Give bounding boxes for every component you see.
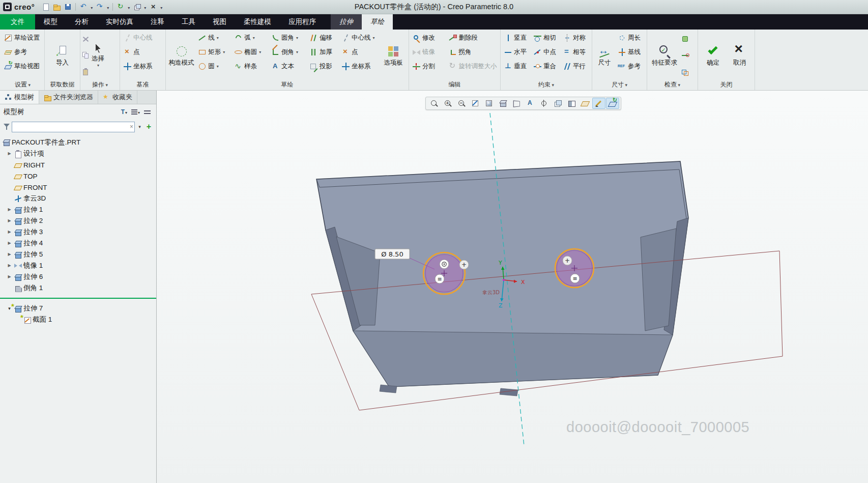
sketcher-display-button[interactable] <box>592 98 605 109</box>
fillet-button[interactable]: 圆角 <box>269 31 307 45</box>
tab-analysis[interactable]: 分析 <box>66 14 97 30</box>
section-view-button[interactable] <box>565 98 578 109</box>
expand-arrow-icon[interactable] <box>6 207 13 212</box>
expand-arrow-icon[interactable] <box>6 218 13 223</box>
horizontal-constraint-button[interactable]: 水平 <box>502 45 531 59</box>
ellipse-button[interactable]: 椭圆 <box>232 45 269 59</box>
cut-icon[interactable] <box>81 35 90 43</box>
spin-center-button[interactable] <box>537 98 551 109</box>
mirror-button[interactable]: 镜像 <box>410 45 447 59</box>
tab-folder-browser[interactable]: 文件夹浏览器 <box>39 91 98 104</box>
sketch-orientation-button[interactable] <box>606 98 619 109</box>
perspective-button[interactable] <box>510 98 523 109</box>
dimension-button[interactable]: 尺寸 <box>593 31 616 80</box>
redo-menu-arrow[interactable] <box>105 3 110 11</box>
zoom-out-button[interactable] <box>455 98 468 109</box>
offset-button[interactable]: 偏移 <box>307 31 339 45</box>
expand-arrow-icon[interactable] <box>6 263 13 268</box>
group-label-dimension[interactable]: 尺寸 <box>592 80 647 90</box>
drag-handle[interactable]: + <box>459 260 469 269</box>
circle-button[interactable]: 圆 <box>196 59 232 73</box>
tree-item[interactable]: 镜像 1 <box>0 260 156 271</box>
annotation-display-button[interactable] <box>524 98 537 109</box>
new-file-button[interactable] <box>40 2 51 12</box>
spline-button[interactable]: 样条 <box>232 59 269 73</box>
windows-button[interactable] <box>131 2 142 12</box>
tab-file[interactable]: 文件 <box>0 14 35 30</box>
sketch-setup-button[interactable]: 草绘设置 <box>2 31 43 45</box>
tangent-constraint-button[interactable]: 相切 <box>531 31 561 45</box>
insert-here-indicator[interactable] <box>0 298 156 299</box>
sketch-view-button[interactable]: 草绘视图 <box>2 59 43 73</box>
datum-centerline-button[interactable]: 中心线 <box>121 31 164 45</box>
tree-settings-button[interactable] <box>142 109 153 115</box>
regenerate-button[interactable] <box>115 2 126 12</box>
clear-filter-button[interactable] <box>130 123 133 130</box>
palette-button[interactable]: 选项板 <box>380 31 408 80</box>
3d-model[interactable] <box>316 161 688 396</box>
save-button[interactable] <box>62 2 73 12</box>
sketch-csys-button[interactable]: 坐标系 <box>339 59 380 73</box>
rectangle-button[interactable]: 矩形 <box>196 45 232 59</box>
select-button[interactable]: 选择 <box>90 31 106 80</box>
expand-arrow-icon[interactable] <box>6 274 13 279</box>
refit-button[interactable] <box>427 98 441 109</box>
zoom-in-button[interactable] <box>441 98 454 109</box>
text-button[interactable]: 文本 <box>269 59 307 73</box>
tree-display-options-button[interactable] <box>129 108 142 116</box>
tree-item[interactable]: 拿云3D <box>0 193 156 204</box>
coincident-constraint-button[interactable]: 重合 <box>531 59 561 73</box>
cancel-button[interactable]: 取消 <box>727 31 753 80</box>
filter-dropdown-button[interactable] <box>136 124 143 129</box>
tree-item-root[interactable]: PACKOUT零件盒.PRT <box>0 137 156 148</box>
sketch-centerline-button[interactable]: 中心线 <box>339 31 380 45</box>
chamfer-button[interactable]: 倒角 <box>269 45 307 59</box>
equal-constraint-badge[interactable]: ≡ <box>435 274 444 283</box>
tree-item[interactable]: 拉伸 2 <box>0 215 156 226</box>
perpendicular-constraint-button[interactable]: 垂直 <box>502 59 531 73</box>
shade-closed-loops-icon[interactable] <box>681 35 689 43</box>
divide-button[interactable]: 分割 <box>410 59 447 73</box>
windows-menu-arrow[interactable] <box>142 3 148 11</box>
group-label-inspect[interactable]: 检查 <box>647 80 698 90</box>
modify-button[interactable]: 修改 <box>410 31 447 45</box>
paste-icon[interactable] <box>81 68 90 76</box>
undo-button[interactable] <box>78 2 89 12</box>
tree-item[interactable]: RIGHT <box>0 159 156 171</box>
expand-arrow-icon[interactable] <box>6 252 13 257</box>
tree-filters-button[interactable] <box>119 108 129 116</box>
tree-item[interactable]: 拉伸 6 <box>0 271 156 282</box>
reference-dimension-button[interactable]: 参考 <box>616 59 645 73</box>
redo-button[interactable] <box>94 2 105 12</box>
undo-menu-arrow[interactable] <box>89 3 94 11</box>
tree-item[interactable]: 倒角 1 <box>0 282 156 294</box>
saved-orientations-button[interactable] <box>496 98 509 109</box>
baseline-dimension-button[interactable]: 基线 <box>616 45 645 59</box>
add-filter-button[interactable] <box>144 122 153 131</box>
regenerate-menu-arrow[interactable] <box>126 3 131 11</box>
tree-item[interactable]: TOP <box>0 171 156 182</box>
copy-icon[interactable] <box>81 51 90 60</box>
overlapping-geometry-icon[interactable] <box>681 68 689 76</box>
tab-model-tree[interactable]: 模型树 <box>0 91 39 104</box>
tree-item[interactable]: FRONT <box>0 182 156 193</box>
tree-item[interactable]: 拉伸 3 <box>0 226 156 238</box>
symmetric-constraint-button[interactable]: 对称 <box>561 31 590 45</box>
tab-tools[interactable]: 工具 <box>173 14 204 30</box>
equal-constraint-badge[interactable]: ≡ <box>570 274 580 283</box>
expand-arrow-icon[interactable] <box>6 151 13 156</box>
highlight-open-ends-icon[interactable] <box>681 51 689 60</box>
delete-segment-button[interactable]: 删除段 <box>447 31 499 45</box>
tree-item[interactable]: 拉伸 4 <box>0 238 156 249</box>
graphics-area[interactable]: ≡ + + ≡ <box>157 91 868 483</box>
parallel-constraint-button[interactable]: 平行 <box>561 59 590 73</box>
ok-button[interactable]: 确定 <box>700 31 727 80</box>
drag-handle[interactable]: + <box>563 256 572 265</box>
sketch-point-button[interactable]: 点 <box>339 45 380 59</box>
view-manager-button[interactable] <box>551 98 564 109</box>
vertical-constraint-button[interactable]: 竖直 <box>502 31 531 45</box>
tab-live-simulation[interactable]: 实时仿真 <box>97 14 142 30</box>
references-button[interactable]: 参考 <box>2 45 43 59</box>
open-file-button[interactable] <box>51 2 62 12</box>
tree-item[interactable]: 拉伸 1 <box>0 204 156 215</box>
